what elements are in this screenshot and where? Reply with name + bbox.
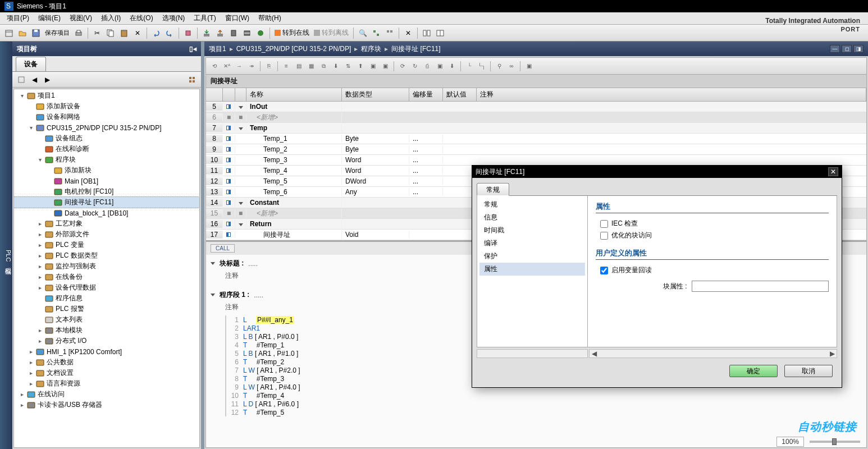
editor-tool-icon[interactable]: ⟳ (397, 61, 408, 72)
tree-node[interactable]: 间接寻址 [FC11] (14, 197, 199, 208)
ok-button[interactable]: 确定 (729, 365, 778, 377)
dialog-titlebar[interactable]: 间接寻址 [FC11] ✕ (472, 166, 842, 178)
tree-node[interactable]: 添加新块 (14, 165, 199, 176)
close-icon[interactable]: ✕ (828, 167, 838, 176)
tree-node[interactable]: ▸监控与强制表 (14, 261, 199, 272)
menu-item[interactable]: 帮助(H) (254, 12, 286, 24)
block-attr-input[interactable] (692, 281, 829, 292)
table-row[interactable]: 10Temp_3Word... (206, 155, 866, 166)
scroll-right-icon[interactable]: ▶ (828, 350, 837, 358)
editor-tool-icon[interactable]: ▣ (523, 61, 534, 72)
tree-node[interactable]: 程序信息 (14, 293, 199, 304)
cross-ref-icon[interactable] (370, 27, 382, 39)
editor-tool-icon[interactable]: ⎙ (422, 61, 433, 72)
breadcrumb-item[interactable]: 间接寻址 [FC11] (391, 44, 440, 54)
minimize-icon[interactable]: — (830, 45, 840, 53)
tree-nav-back-icon[interactable]: ◀ (29, 74, 40, 85)
breadcrumb-item[interactable]: CPU315_2PN/DP [CPU 315-2 PN/DP] (236, 45, 351, 53)
maximize-icon[interactable]: ◻ (842, 45, 852, 53)
tree-node[interactable]: ▸卡读卡器/USB 存储器 (14, 400, 199, 410)
copy-icon[interactable] (104, 27, 117, 39)
editor-tool-icon[interactable]: ⧉ (318, 61, 329, 72)
editor-tool-icon[interactable]: ▤ (293, 61, 304, 72)
tree-node[interactable]: Main [OB1] (14, 176, 199, 186)
col-offset[interactable]: 偏移量 (409, 88, 443, 101)
table-row[interactable]: 9Temp_2Byte... (206, 144, 866, 155)
editor-tool-icon[interactable]: ∞ (506, 61, 517, 72)
undo-icon[interactable] (150, 27, 162, 39)
col-name[interactable]: 名称 (246, 88, 342, 101)
menu-item[interactable]: 工具(T) (189, 12, 220, 24)
paste-icon[interactable] (118, 27, 130, 39)
layout-icon[interactable] (421, 27, 433, 39)
editor-tool-icon[interactable]: ≡ (281, 61, 292, 72)
tree-node[interactable]: ▸分布式 I/O (14, 336, 199, 346)
code-line[interactable]: 12T #Temp_5 (226, 408, 862, 416)
table-row[interactable]: 7Temp (206, 123, 866, 134)
print-icon[interactable] (72, 27, 85, 39)
col-type[interactable]: 数据类型 (342, 88, 409, 101)
compile-icon[interactable] (241, 27, 253, 39)
editor-tool-icon[interactable]: ▣ (367, 61, 378, 72)
breadcrumb-item[interactable]: 程序块 (361, 44, 381, 54)
tree-node[interactable]: ▸PLC 数据类型 (14, 250, 199, 261)
tree-node[interactable]: ▸文档设置 (14, 368, 199, 378)
tree-node[interactable]: 添加新设备 (14, 101, 199, 112)
layout2-icon[interactable] (434, 27, 446, 39)
device-icon[interactable] (227, 27, 240, 39)
tree-overview-icon[interactable] (186, 74, 198, 85)
zoom-level[interactable]: 100% (776, 437, 804, 447)
tree-node[interactable]: ▸HMI_1 [KP1200 Comfort] (14, 346, 199, 357)
simulate-icon[interactable] (254, 27, 267, 39)
dialog-nav[interactable]: 常规信息时间戳编译保护属性 (477, 196, 588, 347)
upload-icon[interactable] (214, 27, 226, 39)
col-comment[interactable]: 注释 (477, 88, 866, 101)
cut-icon[interactable]: ✂ (91, 27, 103, 39)
go-offline-button[interactable]: 转到离线 (312, 28, 351, 38)
tree-node[interactable]: ▸本地模块 (14, 325, 199, 336)
breadcrumb-item[interactable]: 项目1 (209, 44, 226, 54)
dialog-tab-general[interactable]: 常规 (477, 183, 509, 196)
editor-tool-icon[interactable]: ⬇ (330, 61, 341, 72)
menu-item[interactable]: 在线(O) (125, 12, 157, 24)
tree-node[interactable]: ▾程序块 (14, 154, 199, 165)
save-project-label[interactable]: 保存项目 (43, 29, 72, 37)
close-editor-icon[interactable]: ✕ (402, 27, 414, 39)
editor-tool-icon[interactable]: ✕ᴬ (221, 61, 232, 72)
menu-item[interactable]: 编辑(E) (34, 12, 65, 24)
editor-tool-icon[interactable]: ↻ (409, 61, 421, 72)
editor-tool-icon[interactable]: └┐ (476, 61, 487, 72)
tree-node[interactable]: ▸在线访问 (14, 389, 199, 400)
dialog-nav-item[interactable]: 保护 (479, 250, 585, 263)
project-tree[interactable]: ▾项目1添加新设备设备和网络▾CPU315_2PN/DP [CPU 315-2 … (13, 89, 200, 448)
tree-node[interactable]: ▸PLC 变量 (14, 240, 199, 250)
open-project-icon[interactable] (16, 27, 29, 39)
tree-filter-icon[interactable] (16, 74, 27, 85)
tree-node[interactable]: PLC 报警 (14, 304, 199, 314)
save-project-icon[interactable] (30, 27, 42, 39)
dialog-form-scrollbar[interactable]: ◀ ▶ (589, 349, 837, 358)
checkbox-optimized[interactable]: 优化的块访问 (600, 231, 829, 240)
call-chip[interactable]: CALL (211, 244, 235, 253)
col-default[interactable]: 默认值 (443, 88, 477, 101)
menu-item[interactable]: 窗口(W) (221, 12, 254, 24)
code-line[interactable]: 11L D [ AR1 , P#6.0 ] (226, 400, 862, 408)
editor-tool-icon[interactable]: ⚲ (494, 61, 505, 72)
tree-node[interactable]: 文本列表 (14, 314, 199, 325)
tree-node[interactable]: ▸设备代理数据 (14, 282, 199, 293)
tree-node[interactable]: ▸语言和资源 (14, 378, 199, 389)
scroll-left-icon[interactable]: ◀ (590, 350, 599, 358)
tree-node[interactable]: ▸公共数据 (14, 357, 199, 368)
editor-tool-icon[interactable]: └ (464, 61, 475, 72)
editor-tool-icon[interactable]: ▦ (305, 61, 317, 72)
dialog-nav-item[interactable]: 编译 (479, 237, 585, 250)
restore-icon[interactable]: ◨ (853, 45, 864, 53)
panel-pin-icon[interactable]: ▯◂ (189, 45, 197, 53)
redo-icon[interactable] (163, 27, 176, 39)
menu-item[interactable]: 选项(N) (158, 12, 190, 24)
dialog-nav-item[interactable]: 常规 (479, 198, 585, 211)
tree-node[interactable]: 在线和诊断 (14, 144, 199, 154)
delete-icon[interactable]: ✕ (131, 27, 144, 39)
editor-tool-icon[interactable]: ⟲ (209, 61, 220, 72)
menu-item[interactable]: 视图(V) (65, 12, 97, 24)
